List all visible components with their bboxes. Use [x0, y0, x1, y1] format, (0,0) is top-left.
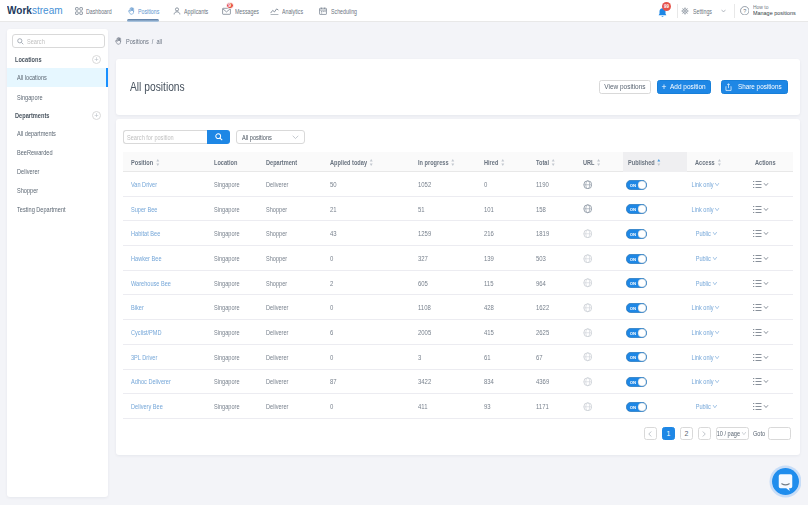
svg-text:ON: ON [630, 306, 636, 311]
svg-text:ON: ON [630, 182, 636, 187]
svg-text:ON: ON [630, 380, 636, 385]
svg-text:ON: ON [630, 256, 636, 261]
svg-text:ON: ON [630, 207, 636, 212]
svg-text:ON: ON [630, 281, 636, 286]
svg-text:ON: ON [630, 405, 636, 410]
svg-text:ON: ON [630, 355, 636, 360]
svg-text:ON: ON [630, 232, 636, 237]
svg-text:ON: ON [630, 330, 636, 335]
svg-text:?: ? [743, 7, 746, 13]
